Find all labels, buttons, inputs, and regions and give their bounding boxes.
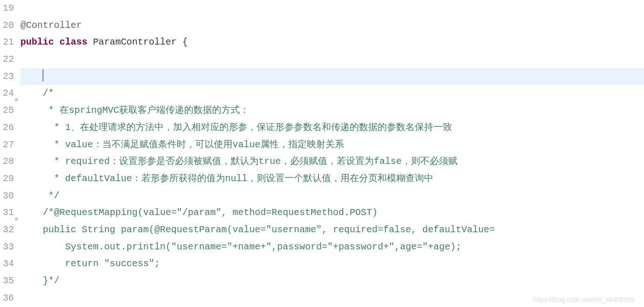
code-line[interactable]: 31 ⊖ /*@RequestMapping(value="/param", m… [0,204,644,222]
code-content[interactable]: * 在springMVC获取客户端传递的数据的方式： [20,102,644,119]
code-content[interactable]: * required：设置形参是否必须被赋值，默认为true，必须赋值，若设置为… [20,153,644,170]
line-number: 30 [0,188,16,205]
code-editor[interactable]: 19 20 @Controller 21 public class ParamC… [0,0,644,307]
comment: * required：设置形参是否必须被赋值，默认为true，必须赋值，若设置为… [20,156,458,167]
comment: */ [20,190,60,201]
code-line[interactable]: 25 * 在springMVC获取客户端传递的数据的方式： [0,102,644,119]
text-cursor [43,69,43,81]
line-number: 28 [0,153,16,170]
code-content[interactable]: * defaultValue：若形参所获得的值为null，则设置一个默认值，用在… [20,170,644,188]
comment: * 在springMVC获取客户端传递的数据的方式： [20,105,249,116]
keyword: public [20,37,54,47]
code-content[interactable]: @Controller [20,17,644,34]
line-number: 20 [0,17,16,34]
line-number: 33 [0,239,16,256]
watermark-text: https://blog.csdn.net/m0_46406589 [533,296,635,303]
code-line[interactable]: 30 */ [0,188,644,205]
comment: * defaultValue：若形参所获得的值为null，则设置一个默认值，用在… [20,173,433,184]
code-line[interactable]: 22 [0,51,644,68]
code-content[interactable]: /*@RequestMapping(value="/param", method… [20,204,644,222]
keyword: class [60,37,87,47]
line-number: 22 [0,51,16,68]
code-line[interactable]: 19 [0,0,644,17]
line-number: 31 [0,204,16,222]
line-number: 29 [0,170,16,188]
comment: }*/ [20,275,60,286]
code-content[interactable] [20,68,644,85]
code-line[interactable]: 21 public class ParamController { [0,34,644,51]
line-number: 21 [0,34,16,51]
line-number: 32 [0,222,16,239]
code-line[interactable]: 29 * defaultValue：若形参所获得的值为null，则设置一个默认值… [0,170,644,188]
line-number: 27 [0,137,16,154]
code-line[interactable]: 20 @Controller [0,17,644,34]
fold-collapse-icon[interactable]: ⊖ [15,211,18,228]
comment: /* [20,88,54,98]
annotation: @Controller [20,20,82,31]
code-line[interactable]: 26 * 1、在处理请求的方法中，加入相对应的形参，保证形参参数名和传递的数据的… [0,119,644,137]
class-name: ParamController { [87,37,188,47]
code-line[interactable]: 28 * required：设置形参是否必须被赋值，默认为true，必须赋值，若… [0,153,644,170]
code-line-current[interactable]: 23 [0,68,644,85]
line-number: 25 [0,102,16,119]
code-content[interactable]: /* [20,85,644,102]
line-number: 35 [0,273,16,290]
code-content[interactable]: public class ParamController { [20,34,644,51]
code-line[interactable]: 34 return "success"; [0,255,644,273]
code-content[interactable]: }*/ [20,273,644,290]
comment: return "success"; [20,258,160,269]
fold-collapse-icon[interactable]: ⊖ [15,91,18,109]
line-number: 19 [0,0,16,17]
line-number: 26 [0,119,16,137]
comment: /*@RequestMapping(value="/param", method… [20,207,378,218]
comment: System.out.println("username="+name+",pa… [20,242,461,252]
line-number: 24 [0,85,16,102]
code-content[interactable]: */ [20,188,644,205]
code-content[interactable]: * 1、在处理请求的方法中，加入相对应的形参，保证形参参数名和传递的数据的参数名… [20,119,644,137]
code-line[interactable]: 32 public String param(@RequestParam(val… [0,222,644,239]
comment: * value：当不满足赋值条件时，可以使用value属性，指定映射关系 [20,139,344,150]
line-number: 36 [0,290,16,307]
code-content[interactable]: return "success"; [20,255,644,273]
code-content[interactable]: System.out.println("username="+name+",pa… [20,239,644,256]
line-number: 34 [0,255,16,273]
code-line[interactable]: 27 * value：当不满足赋值条件时，可以使用value属性，指定映射关系 [0,137,644,154]
code-content[interactable]: public String param(@RequestParam(value=… [20,222,644,239]
code-line[interactable]: 35 }*/ [0,273,644,290]
line-number: 23 [0,68,16,85]
comment: * 1、在处理请求的方法中，加入相对应的形参，保证形参参数名和传递的数据的参数名… [20,122,452,133]
code-content[interactable]: * value：当不满足赋值条件时，可以使用value属性，指定映射关系 [20,137,644,154]
code-line[interactable]: 33 System.out.println("username="+name+"… [0,239,644,256]
comment: public String param(@RequestParam(value=… [20,224,495,235]
code-line[interactable]: 24 ⊖ /* [0,85,644,102]
